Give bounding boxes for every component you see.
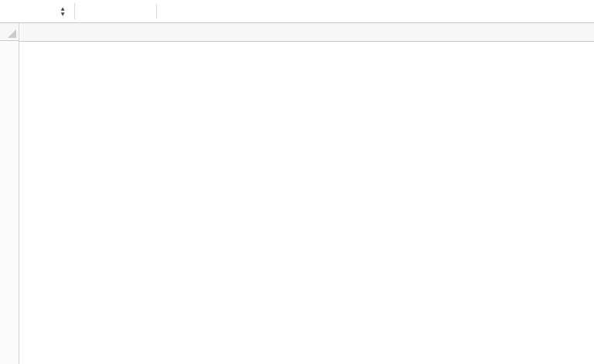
confirm-icon[interactable] (106, 0, 125, 22)
excel-window: { "formula_bar": { "name_box_value": "MA… (0, 0, 594, 364)
column-headers (0, 23, 594, 42)
name-box-spinner[interactable]: ▲ ▼ (56, 0, 69, 22)
formula-bar: ▲ ▼ (0, 0, 594, 23)
cancel-icon[interactable] (81, 0, 100, 22)
insert-function-icon[interactable] (133, 0, 152, 22)
corner-triangle-icon (8, 29, 16, 38)
divider (74, 3, 75, 19)
select-all-corner[interactable] (0, 23, 19, 41)
spinner-down-icon[interactable]: ▼ (61, 12, 65, 16)
sheet-grid (0, 41, 594, 364)
row-headers (0, 41, 19, 364)
divider (156, 4, 157, 19)
